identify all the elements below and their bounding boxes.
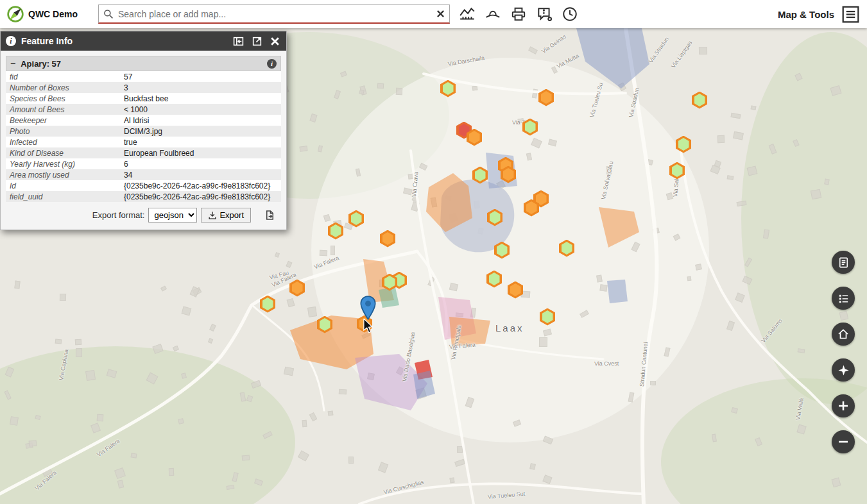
measure-icon[interactable] [458, 4, 477, 24]
apiary-marker[interactable] [494, 242, 510, 259]
attribute-row: Infectedtrue [6, 137, 281, 147]
apiary-marker[interactable] [669, 162, 685, 180]
feature-info-toggle-icon[interactable]: i [267, 59, 277, 69]
detach-window-button[interactable] [250, 36, 264, 47]
attribute-value: {0235be9c-2026-42ac-a99c-f9e8183fc602} [120, 191, 281, 202]
apiary-marker-fill [490, 211, 501, 224]
attribute-row: field_uuid{0235be9c-2026-42ac-a99c-f9e81… [6, 191, 281, 202]
attribute-value: 3 [120, 82, 281, 93]
export-button[interactable]: Export [201, 208, 251, 223]
attribute-value: true [120, 137, 281, 147]
attribute-label: field_uuid [6, 191, 120, 202]
zoom-out-button[interactable] [832, 430, 855, 453]
close-icon [270, 37, 280, 46]
collapse-icon: − [10, 58, 15, 69]
attribute-row: Amount of Bees< 1000 [6, 104, 281, 115]
search-input[interactable] [118, 9, 432, 19]
attribute-value: 34 [120, 169, 281, 180]
apiary-marker-fill [262, 298, 273, 310]
plus-icon [837, 400, 849, 412]
feature-info-titlebar[interactable]: i Feature Info [1, 31, 286, 51]
compass-logo-icon [6, 5, 24, 23]
apiary-marker-fill [382, 232, 393, 245]
themes-icon[interactable] [483, 4, 502, 24]
print-icon[interactable] [509, 4, 528, 24]
attribute-value: < 1000 [120, 104, 281, 115]
attribute-label: Beekeeper [6, 115, 120, 126]
apiary-marker-fill [672, 164, 683, 177]
report-icon [837, 256, 850, 269]
export-all-button[interactable] [260, 207, 280, 223]
attribute-value: Buckfast bee [120, 93, 281, 104]
apiary-marker[interactable] [440, 80, 456, 97]
attribute-label: Area mostly used [6, 169, 120, 180]
feature-info-window: i Feature Info − Apiary: 57 i fid57Numbe… [0, 31, 287, 230]
export-format-select[interactable]: geojson [148, 208, 197, 223]
apiary-marker[interactable] [380, 230, 395, 248]
identify-icon[interactable] [535, 4, 554, 24]
search-clear-icon[interactable] [432, 10, 449, 18]
apiary-marker[interactable] [289, 280, 305, 297]
apiary-marker-fill [443, 82, 454, 95]
apiary-marker[interactable] [348, 210, 364, 228]
apiary-marker[interactable] [538, 89, 554, 106]
apiary-marker[interactable] [486, 271, 502, 288]
locate-icon [837, 364, 850, 376]
attribute-label: Species of Bees [6, 93, 120, 104]
zoom-in-button[interactable] [832, 394, 855, 417]
attribute-label: Infected [6, 137, 120, 147]
minus-icon [837, 436, 849, 448]
apiary-marker[interactable] [559, 240, 574, 257]
report-button[interactable] [832, 251, 855, 274]
apiary-marker[interactable] [508, 281, 523, 299]
apiary-marker-fill [475, 169, 486, 181]
attribute-value: Al Idrisi [120, 115, 281, 126]
search-icon [99, 9, 118, 19]
app-logo[interactable]: QWC Demo [6, 5, 78, 23]
apiary-marker[interactable] [692, 92, 707, 109]
apiary-marker-fill [330, 224, 341, 237]
apiary-marker[interactable] [260, 296, 275, 313]
apiary-marker-fill [292, 281, 303, 294]
attribute-row: Species of BeesBuckfast bee [6, 93, 281, 104]
attribute-value: European Foulbreed [120, 147, 281, 158]
apiary-marker[interactable] [540, 308, 555, 326]
attribute-row: Yearly Harvest (kg)6 [6, 158, 281, 169]
hamburger-icon [842, 6, 859, 23]
apiary-marker-fill [694, 94, 705, 106]
attribute-label: Amount of Bees [6, 104, 120, 115]
apiary-marker[interactable] [487, 209, 502, 226]
feature-collapse-header[interactable]: − Apiary: 57 i [6, 56, 281, 71]
home-button[interactable] [832, 323, 855, 346]
attribute-label: Id [6, 180, 120, 191]
attribute-row: Number of Boxes3 [6, 82, 281, 93]
attribute-table-body: fid57Number of Boxes3Species of BeesBuck… [6, 71, 281, 202]
time-icon[interactable] [560, 4, 579, 24]
topbar-right: Map & Tools [778, 6, 859, 23]
apiary-marker[interactable] [317, 316, 332, 333]
home-icon [837, 328, 850, 340]
apiary-marker[interactable] [676, 136, 691, 153]
feature-title: Apiary: 57 [21, 59, 61, 69]
map-button-column [832, 251, 855, 453]
attribute-row: Area mostly used34 [6, 169, 281, 180]
window-title: Feature Info [21, 36, 227, 46]
attribute-row: PhotoDCIM/3.jpg [6, 126, 281, 137]
close-window-button[interactable] [269, 37, 281, 46]
top-bar: QWC Demo [0, 0, 867, 28]
search-box [98, 4, 450, 24]
feature-info-body: − Apiary: 57 i fid57Number of Boxes3Spec… [1, 51, 286, 230]
info-icon: i [6, 36, 16, 46]
dock-window-button[interactable] [232, 36, 245, 47]
app-title: QWC Demo [28, 9, 78, 19]
apiary-marker-fill [503, 168, 514, 181]
attribute-value: 6 [120, 158, 281, 169]
legend-button[interactable] [832, 287, 855, 310]
apiary-marker-fill [542, 310, 553, 323]
apiary-marker-fill [497, 244, 508, 256]
apiary-marker[interactable] [328, 223, 343, 240]
locate-button[interactable] [832, 358, 855, 382]
apiary-marker[interactable] [472, 167, 488, 184]
menu-button[interactable] [842, 6, 859, 23]
apiary-marker[interactable] [522, 119, 538, 136]
